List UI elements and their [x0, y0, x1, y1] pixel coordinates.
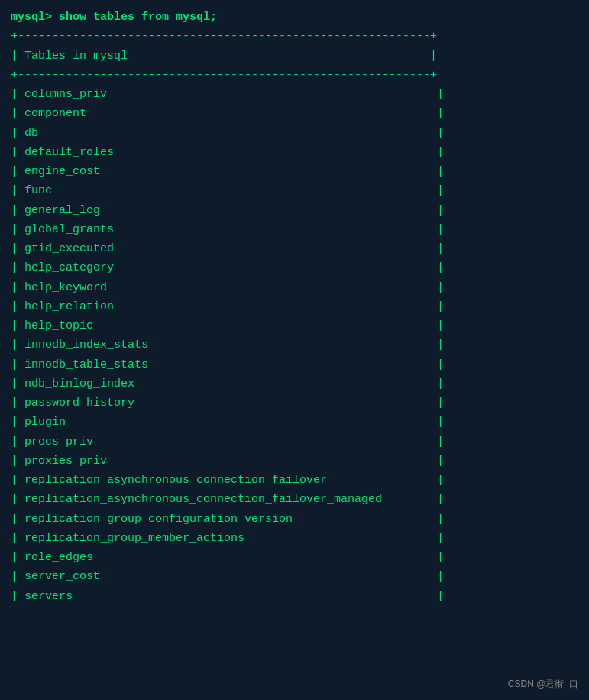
table-row: | servers |	[0, 587, 589, 606]
table-row: | default_roles |	[0, 143, 589, 162]
table-row: | role_edges |	[0, 548, 589, 567]
table-row: | help_topic |	[0, 316, 589, 335]
watermark: CSDN @君衔_口	[508, 678, 578, 691]
table-row: | global_grants |	[0, 220, 589, 239]
table-row: | columns_priv |	[0, 85, 589, 104]
table-row: | help_category |	[0, 258, 589, 277]
table-row: | replication_asynchronous_connection_fa…	[0, 490, 589, 509]
table-row: | engine_cost |	[0, 162, 589, 181]
divider-top: +---------------------------------------…	[0, 27, 589, 46]
table-row: | help_keyword |	[0, 278, 589, 297]
table-row: | gtid_executed |	[0, 239, 589, 258]
table-row: | innodb_table_stats |	[0, 355, 589, 374]
table-row: | procs_priv |	[0, 433, 589, 452]
table-row: | general_log |	[0, 201, 589, 220]
table-row: | proxies_priv |	[0, 452, 589, 471]
prompt-line: mysql> show tables from mysql;	[0, 8, 589, 27]
table-row: | component |	[0, 104, 589, 123]
table-row: | db |	[0, 124, 589, 143]
table-row: | password_history |	[0, 394, 589, 413]
table-row: | server_cost |	[0, 567, 589, 586]
terminal-window: mysql> show tables from mysql; +--------…	[0, 0, 589, 700]
table-row: | ndb_binlog_index |	[0, 374, 589, 394]
header-row: | Tables_in_mysql |	[0, 47, 589, 66]
table-row: | replication_group_configuration_versio…	[0, 510, 589, 529]
table-row: | plugin |	[0, 413, 589, 432]
table-row: | replication_group_member_actions |	[0, 529, 589, 548]
table-row: | func |	[0, 181, 589, 200]
table-row: | help_relation |	[0, 297, 589, 316]
table-row: | innodb_index_stats |	[0, 335, 589, 355]
divider-mid: +---------------------------------------…	[0, 66, 589, 85]
table-row: | replication_asynchronous_connection_fa…	[0, 471, 589, 490]
